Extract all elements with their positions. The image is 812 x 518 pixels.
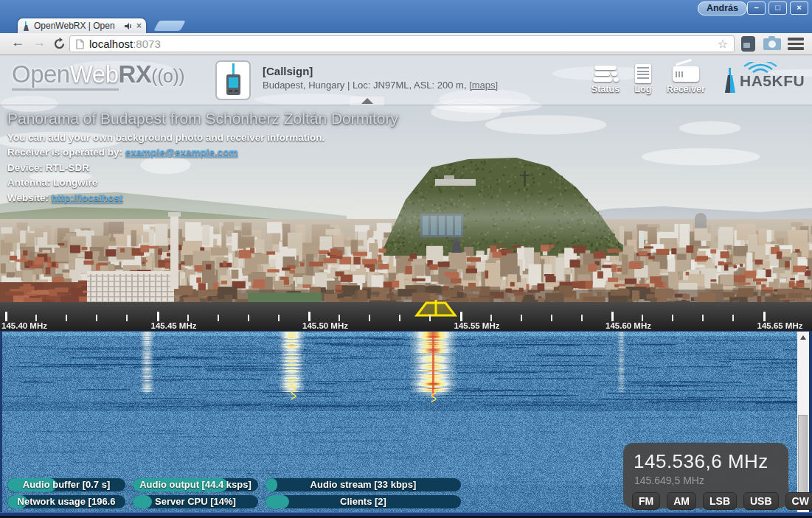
operator-email-link[interactable]: example@example.com [125,147,238,158]
tuned-frequency[interactable]: 145.536,6 MHz [634,450,788,473]
scale-label: 145.40 MHz [1,321,47,330]
scale-tick [642,315,643,321]
website-line: Website: http://localhost [7,192,398,203]
scale-tick [339,315,340,321]
receiver-icon [661,63,711,84]
scale-tick [35,315,37,321]
browser-tab[interactable]: OpenWebRX | Open × [18,18,146,33]
website-link[interactable]: http://localhost [52,192,123,203]
mode-button-cw[interactable]: CW [785,492,812,510]
scale-tick [66,315,67,321]
mode-selector: FMAMLSBUSBCW [632,492,788,510]
window-user-label: András [698,1,747,15]
reload-button[interactable] [53,38,66,50]
scale-label: 145.50 MHz [302,321,348,330]
scale-label: 145.65 MHz [757,321,803,330]
extension-icon[interactable] [741,36,755,52]
scale-tick [96,315,97,321]
scale-tick [551,315,552,321]
receiver-description: Panorama of Budapest from Schönherz Zolt… [7,110,398,203]
scale-label: 145.45 MHz [151,321,197,330]
scale-tick [5,312,7,321]
scale-tick [490,315,492,321]
mode-button-fm[interactable]: FM [632,492,660,510]
scale-tick [369,315,370,321]
bookmark-star-icon[interactable]: ☆ [718,38,728,50]
scale-tick [187,315,189,321]
scale-tick [157,312,159,321]
operator-line: Receiver is operated by: example@example… [7,147,398,158]
info-line: You can add your own background photo an… [7,132,398,143]
status-bar: Audio stream [33 kbps] [266,478,461,491]
scrollbar-up-icon[interactable] [797,332,809,343]
window-titlebar: András – □ × OpenWebRX | Open × [0,0,812,33]
back-button[interactable]: ← [11,35,24,50]
callsign: [Callsign] [263,65,313,77]
forward-button[interactable]: → [32,35,46,50]
scale-tick [248,315,249,321]
panorama-title: Panorama of Budapest from Schönherz Zolt… [7,110,398,127]
scale-tick [308,312,310,321]
status-bar: Network usage [196.6 kbps] [7,495,125,508]
scale-tick [399,315,400,321]
receiver-avatar [215,60,251,100]
new-tab-button[interactable] [153,21,185,31]
window-minimize-button[interactable]: – [747,1,766,15]
scale-tick [672,315,673,321]
receiver-panel: 145.536,6 MHz 145.649,5 MHz FMAMLSBUSBCW [623,443,788,508]
page-bottom-border [0,512,812,518]
waterfall-scrollbar[interactable] [797,332,809,512]
receiver-header: OpenWebRX((o)) [Callsign] Budapest, Hung… [0,55,812,105]
openwebrx-favicon-icon [22,21,30,31]
openwebrx-page: OpenWebRX((o)) [Callsign] Budapest, Hung… [0,55,812,518]
page-icon [76,39,84,49]
tab-audio-icon [125,22,133,30]
mode-button-lsb[interactable]: LSB [703,492,737,510]
scale-tick [611,312,614,321]
status-icon [583,63,628,84]
browser-menu-icon[interactable] [788,38,804,52]
scale-tick [218,315,219,321]
scrollbar-thumb[interactable] [798,415,808,494]
device-line: Device: RTL-SDR [7,162,398,173]
address-bar[interactable]: localhost:8073 ☆ [69,35,735,52]
status-bar: Audio output [44.4 ksps] [133,478,258,491]
status-bar: Server CPU [14%] [133,495,258,508]
scale-tick [521,315,522,321]
mode-button-am[interactable]: AM [667,492,696,510]
receiver-location: Budapest, Hungary | Loc: JN97ML, ASL: 20… [263,80,498,91]
antenna-tower-icon [719,66,741,94]
mode-button-usb[interactable]: USB [743,492,779,510]
bandpass-indicator[interactable] [412,299,460,317]
scale-tick [581,315,583,321]
center-frequency: 145.649,5 MHz [634,475,788,486]
window-maximize-button[interactable]: □ [768,1,787,15]
ha5kfu-logo[interactable]: HA5KFU [719,65,808,96]
scale-label: 145.55 MHz [454,321,500,330]
screenshot-camera-icon[interactable] [763,38,781,50]
url-port: :8073 [133,38,161,50]
status-button[interactable]: Status [583,63,628,94]
scale-tick [278,315,280,321]
openwebrx-logo: OpenWebRX((o)) [12,60,184,88]
status-bar: Clients [2] [266,495,461,508]
tab-title: OpenWebRX | Open [34,21,121,31]
scale-tick [702,315,704,321]
browser-toolbar: ← → localhost:8073 ☆ [0,33,812,55]
scale-label: 145.60 MHz [605,321,651,330]
scale-tick [126,315,128,321]
status-bar: Audio buffer [0.7 s] [7,478,125,491]
antenna-line: Antenna: Longwire [7,177,398,188]
url-host: localhost [89,38,133,50]
scale-tick [732,315,734,321]
receiver-button[interactable]: Receiver [661,63,711,94]
collapse-header-button[interactable] [350,97,384,105]
scale-tick [429,315,431,321]
frequency-scale[interactable]: 145.40 MHz145.45 MHz145.50 MHz145.55 MHz… [0,302,812,331]
log-button[interactable]: Log [625,63,661,94]
log-icon [625,63,661,84]
maps-link[interactable]: [maps] [469,80,498,91]
tab-close-icon[interactable]: × [136,21,142,30]
scale-tick [763,312,766,321]
window-close-button[interactable]: × [790,1,808,15]
